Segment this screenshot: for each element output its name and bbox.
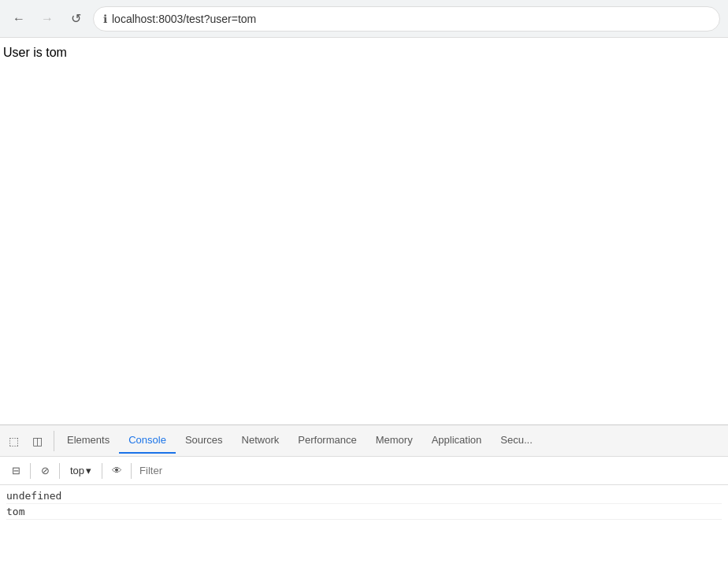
tab-memory[interactable]: Memory <box>366 428 422 454</box>
browser-toolbar: ← → ↺ ℹ <box>0 0 728 38</box>
device-icon[interactable]: ◫ <box>27 431 47 451</box>
page-content: User is tom <box>0 38 728 424</box>
console-output: undefined tom <box>0 485 728 582</box>
url-input[interactable] <box>112 13 710 25</box>
tab-performance[interactable]: Performance <box>288 428 366 454</box>
clear-console-button[interactable]: ⊟ <box>6 462 25 480</box>
toolbar-divider-3 <box>102 463 102 479</box>
console-line-tom: tom <box>6 504 722 520</box>
back-button[interactable]: ← <box>8 8 30 30</box>
address-bar: ℹ <box>93 6 720 32</box>
inspect-icon[interactable]: ⬚ <box>3 431 24 451</box>
page-text: User is tom <box>3 46 67 59</box>
toolbar-divider <box>30 463 31 479</box>
tab-console[interactable]: Console <box>119 428 176 454</box>
toolbar-divider-4 <box>131 463 132 479</box>
toolbar-divider-2 <box>59 463 60 479</box>
console-line-undefined: undefined <box>6 488 722 504</box>
devtools-panel: ⬚ ◫ Elements Console Sources Network Per… <box>0 424 728 582</box>
eye-button[interactable]: 👁 <box>107 462 126 480</box>
info-icon: ℹ <box>103 13 107 25</box>
context-label: top <box>70 465 84 476</box>
tab-sources[interactable]: Sources <box>176 428 232 454</box>
tab-elements[interactable]: Elements <box>58 428 119 454</box>
forward-button[interactable]: → <box>36 8 58 30</box>
tab-application[interactable]: Application <box>422 428 492 454</box>
context-selector[interactable]: top ▾ <box>65 462 97 479</box>
reload-button[interactable]: ↺ <box>65 8 87 30</box>
dropdown-arrow-icon: ▾ <box>86 465 91 476</box>
console-filter-input[interactable] <box>136 463 722 478</box>
tab-network[interactable]: Network <box>232 428 289 454</box>
devtools-icon-group: ⬚ ◫ <box>3 431 54 451</box>
tab-security[interactable]: Secu... <box>491 428 541 454</box>
devtools-tabs-bar: ⬚ ◫ Elements Console Sources Network Per… <box>0 425 728 457</box>
console-toolbar: ⊟ ⊘ top ▾ 👁 <box>0 457 728 485</box>
ban-icon-button[interactable]: ⊘ <box>35 462 54 480</box>
